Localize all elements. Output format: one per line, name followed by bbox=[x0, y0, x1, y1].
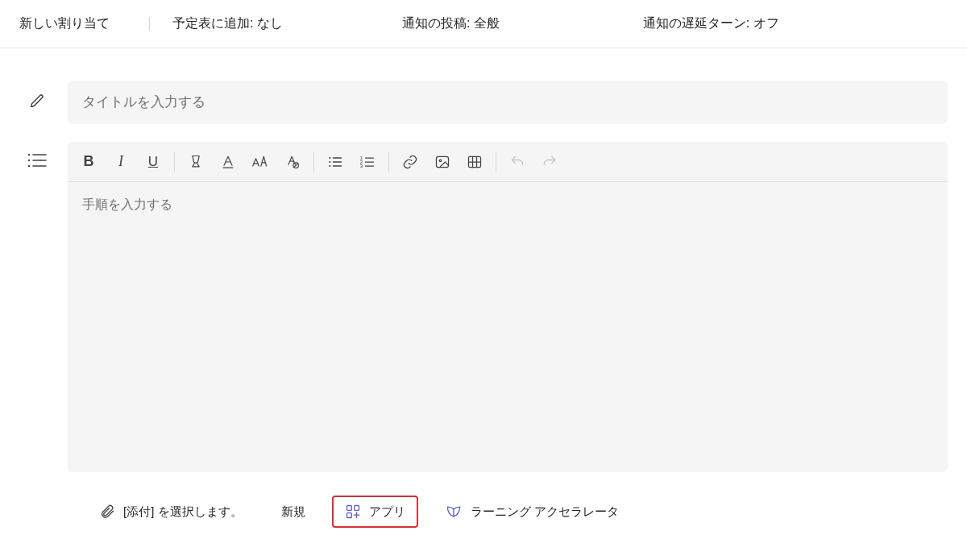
header-notify-delay-option[interactable]: 通知の遅延ターン: オフ bbox=[629, 15, 794, 32]
svg-point-9 bbox=[329, 156, 330, 158]
new-button[interactable]: 新規 bbox=[269, 497, 317, 527]
highlight-button[interactable] bbox=[180, 146, 212, 178]
editor-box: B I U bbox=[68, 142, 948, 472]
instructions-row: B I U bbox=[19, 142, 948, 472]
svg-rect-29 bbox=[347, 513, 351, 518]
learning-accelerator-icon bbox=[445, 504, 463, 520]
attach-button[interactable]: [添付] を選択します。 bbox=[87, 496, 255, 527]
italic-button[interactable]: I bbox=[105, 146, 137, 178]
apps-icon bbox=[345, 504, 361, 520]
title-input[interactable] bbox=[68, 81, 948, 124]
svg-point-2 bbox=[28, 165, 30, 167]
font-color-button[interactable] bbox=[212, 146, 244, 178]
redo-button[interactable] bbox=[533, 146, 566, 178]
learning-accelerator-label: ラーニング アクセラレータ bbox=[471, 504, 619, 520]
pencil-icon bbox=[19, 81, 55, 110]
list-icon bbox=[19, 142, 55, 169]
header-calendar-option[interactable]: 予定表に追加: なし bbox=[158, 15, 388, 32]
title-row bbox=[19, 81, 948, 124]
bullet-list-button[interactable] bbox=[319, 146, 351, 178]
svg-rect-28 bbox=[354, 506, 359, 511]
underline-button[interactable]: U bbox=[137, 146, 169, 178]
svg-rect-27 bbox=[347, 506, 351, 511]
new-label: 新規 bbox=[281, 504, 305, 520]
table-button[interactable] bbox=[459, 146, 491, 178]
toolbar-separator bbox=[388, 151, 389, 172]
header-title[interactable]: 新しい割り当て bbox=[19, 15, 158, 32]
svg-point-22 bbox=[439, 160, 442, 162]
image-button[interactable] bbox=[426, 146, 459, 178]
toolbar-separator bbox=[496, 151, 496, 172]
svg-point-1 bbox=[28, 160, 30, 161]
content-area: B I U bbox=[0, 48, 967, 532]
header-bar: 新しい割り当て 予定表に追加: なし 通知の投稿: 全般 通知の遅延ターン: オ… bbox=[0, 0, 967, 48]
paperclip-icon bbox=[99, 504, 115, 520]
apps-label: アプリ bbox=[369, 504, 405, 520]
clear-formatting-button[interactable] bbox=[276, 146, 309, 178]
numbered-list-button[interactable]: 1 2 3 bbox=[351, 146, 384, 178]
attach-label: [添付] を選択します。 bbox=[123, 504, 243, 520]
header-notify-post-option[interactable]: 通知の投稿: 全般 bbox=[388, 15, 629, 32]
instructions-editor[interactable]: 手順を入力する bbox=[68, 182, 948, 472]
font-size-button[interactable] bbox=[244, 146, 276, 178]
apps-button[interactable]: アプリ bbox=[332, 496, 418, 528]
svg-rect-21 bbox=[437, 156, 449, 167]
bold-button[interactable]: B bbox=[73, 146, 105, 178]
rich-text-toolbar: B I U bbox=[68, 142, 948, 182]
toolbar-separator bbox=[174, 151, 175, 172]
svg-point-0 bbox=[28, 154, 30, 156]
learning-accelerator-button[interactable]: ラーニング アクセラレータ bbox=[433, 496, 631, 527]
footer-actions: [添付] を選択します。 新規 アプリ bbox=[19, 492, 948, 532]
svg-point-11 bbox=[329, 164, 330, 166]
link-button[interactable] bbox=[394, 146, 426, 178]
undo-button[interactable] bbox=[501, 146, 533, 178]
toolbar-separator bbox=[313, 151, 314, 172]
svg-text:3: 3 bbox=[360, 163, 363, 168]
svg-point-10 bbox=[329, 160, 330, 162]
